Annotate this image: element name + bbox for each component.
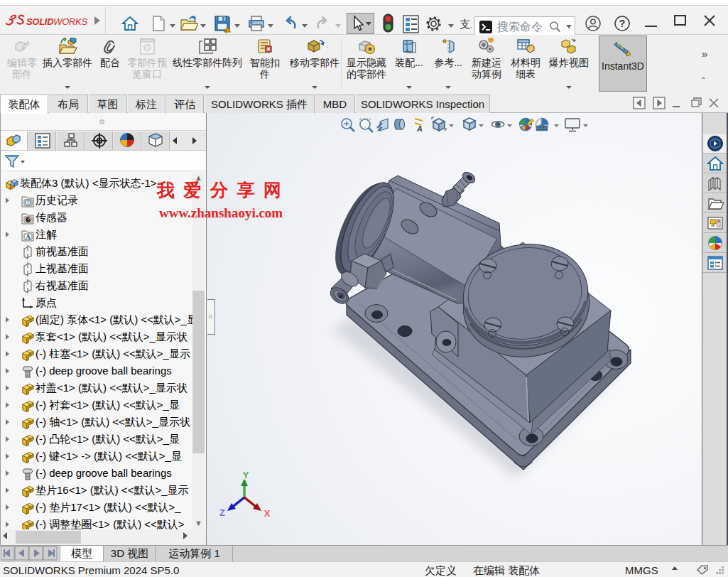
svg-text:?: ? [619, 18, 626, 29]
svg-text:Y: Y [243, 472, 249, 480]
svg-text:Z: Z [219, 507, 225, 518]
svg-text:X: X [264, 508, 271, 519]
svg-text:SOLIDWORKS: SOLIDWORKS [26, 16, 87, 27]
svg-text:!: ! [225, 28, 227, 34]
svg-text:A: A [26, 233, 31, 241]
